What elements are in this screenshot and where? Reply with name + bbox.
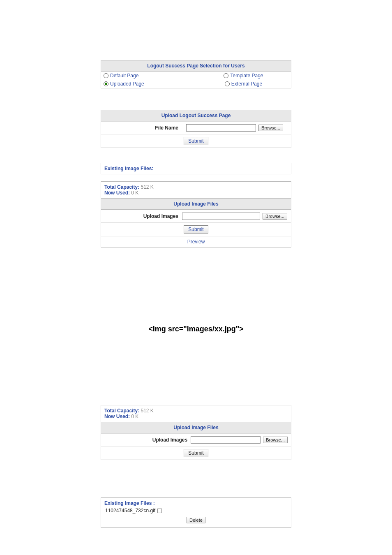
total-capacity-label: Total Capacity:	[104, 408, 139, 414]
radio-default-page[interactable]: Default Page	[101, 72, 196, 80]
file-item-row: 1102474548_732cn.gif	[105, 508, 288, 513]
total-capacity-value: 512 K	[141, 408, 153, 414]
existing-image-files-list-panel: Existing Image Files : 1102474548_732cn.…	[101, 497, 291, 528]
upload-images-label: Upload Images	[104, 213, 182, 219]
capacity-info: Total Capacity: 512 K Now Used: 0 K	[101, 405, 291, 422]
total-capacity-label: Total Capacity:	[104, 184, 139, 190]
file-select-checkbox[interactable]	[157, 509, 162, 513]
delete-button[interactable]: Delete	[187, 517, 205, 523]
radio-label: External Page	[231, 81, 262, 87]
radio-icon	[104, 73, 108, 78]
page-selection-radios: Default Page Template Page Uploaded Page…	[101, 72, 291, 88]
delete-row: Delete	[104, 517, 288, 523]
capacity-info: Total Capacity: 512 K Now Used: 0 K	[101, 182, 291, 199]
file-name-text: 1102474548_732cn.gif	[105, 508, 155, 513]
radio-uploaded-page[interactable]: Uploaded Page	[101, 80, 196, 88]
radio-icon	[225, 81, 230, 86]
radio-icon	[104, 81, 108, 86]
panel-header: Logout Success Page Selection for Users	[101, 60, 291, 72]
panel-header: Existing Image Files :	[104, 500, 288, 506]
panel-header: Existing Image Files:	[104, 166, 153, 171]
upload-image-files-panel: Total Capacity: 512 K Now Used: 0 K Uplo…	[101, 181, 291, 247]
submit-row: Submit	[101, 446, 291, 460]
browse-button[interactable]: Browse...	[263, 213, 287, 220]
total-capacity-value: 512 K	[141, 184, 153, 190]
upload-images-input[interactable]	[191, 436, 261, 444]
upload-row: Upload Images Browse...	[101, 210, 291, 222]
upload-row: Upload Images Browse...	[101, 433, 291, 446]
radio-external-page[interactable]: External Page	[196, 80, 291, 88]
file-name-label: File Name	[104, 125, 182, 131]
browse-button[interactable]: Browse...	[263, 437, 288, 443]
radio-label: Template Page	[230, 73, 263, 79]
submit-button[interactable]: Submit	[184, 137, 208, 145]
img-src-code-text: <img src="images/xx.jpg">	[0, 325, 392, 333]
panel-header: Upload Image Files	[101, 199, 291, 210]
radio-label: Uploaded Page	[110, 81, 144, 87]
submit-button[interactable]: Submit	[184, 225, 208, 234]
submit-button[interactable]: Submit	[184, 449, 208, 457]
logout-page-selection-panel: Logout Success Page Selection for Users …	[101, 60, 291, 88]
browse-button[interactable]: Browse...	[258, 125, 283, 131]
upload-image-files-panel-2: Total Capacity: 512 K Now Used: 0 K Uplo…	[101, 405, 291, 460]
now-used-label: Now Used:	[104, 190, 130, 196]
file-row: File Name Browse...	[101, 121, 291, 134]
radio-icon	[224, 73, 228, 78]
radio-template-page[interactable]: Template Page	[196, 72, 291, 80]
upload-images-label: Upload Images	[104, 437, 191, 443]
submit-row: Submit	[101, 222, 291, 236]
now-used-label: Now Used:	[104, 414, 130, 419]
now-used-value: 0 K	[131, 414, 138, 419]
upload-logout-success-panel: Upload Logout Success Page File Name Bro…	[101, 110, 291, 148]
existing-image-files-panel: Existing Image Files:	[101, 163, 291, 174]
panel-header: Upload Image Files	[101, 422, 291, 433]
file-name-input[interactable]	[186, 124, 256, 132]
upload-images-input[interactable]	[182, 213, 260, 220]
preview-link[interactable]: Preview	[187, 239, 205, 245]
panel-header: Upload Logout Success Page	[101, 110, 291, 121]
submit-row: Submit	[101, 134, 291, 148]
preview-row: Preview	[101, 236, 291, 247]
radio-label: Default Page	[110, 73, 138, 79]
now-used-value: 0 K	[131, 190, 138, 196]
